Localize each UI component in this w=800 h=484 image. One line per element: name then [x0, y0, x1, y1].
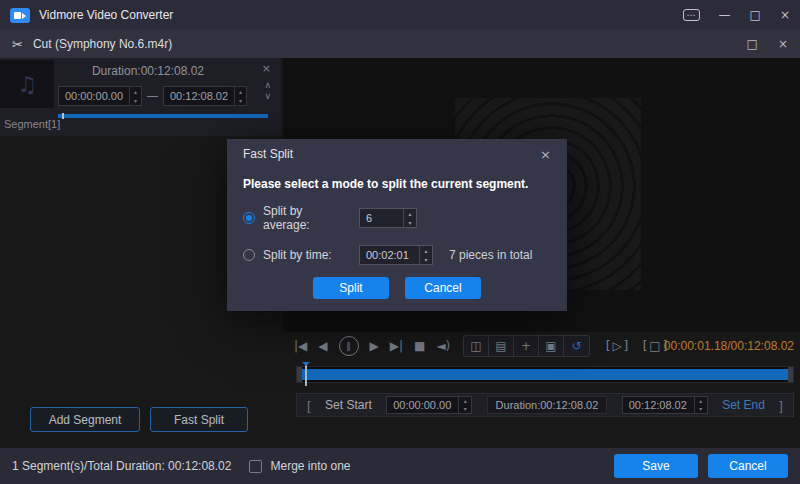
cut-dialog-titlebar: ✂ Cut (Symphony No.6.m4r) □ ×	[0, 30, 800, 58]
maximize-icon[interactable]: □	[750, 8, 761, 22]
cut-maximize-icon[interactable]: □	[747, 37, 758, 51]
close-icon[interactable]: ×	[780, 8, 790, 22]
fast-split-message: Please select a mode to split the curren…	[227, 169, 567, 191]
split-time-input[interactable]: 00:02:01 ▴ ▾	[359, 245, 433, 265]
split-button[interactable]: Split	[313, 277, 389, 299]
average-count-input[interactable]: 6 ▴ ▾	[359, 208, 417, 228]
split-by-time-radio[interactable]	[243, 249, 255, 261]
cut-close-icon[interactable]: ×	[778, 37, 788, 51]
split-by-average-row: Split by average: 6 ▴ ▾	[227, 204, 567, 232]
scissors-icon: ✂	[12, 37, 23, 52]
minimize-icon[interactable]: —	[719, 8, 731, 22]
window-controls: ⋯ — □ ×	[683, 8, 790, 22]
app-title: Vidmore Video Converter	[39, 8, 173, 22]
pieces-total-note: 7 pieces in total	[449, 248, 532, 262]
fast-split-title: Fast Split	[243, 147, 293, 161]
merge-into-one-label[interactable]: Merge into one	[270, 459, 350, 473]
stepper-up-icon[interactable]: ▴	[404, 209, 416, 218]
titlebar: Vidmore Video Converter ⋯ — □ ×	[0, 0, 800, 30]
segment-summary: 1 Segment(s)/Total Duration: 00:12:08.02	[12, 459, 231, 473]
save-button[interactable]: Save	[614, 454, 698, 478]
cancel-button[interactable]: Cancel	[708, 454, 788, 478]
footer-bar: 1 Segment(s)/Total Duration: 00:12:08.02…	[0, 448, 800, 484]
feedback-icon[interactable]: ⋯	[683, 9, 700, 21]
fast-split-dialog: Fast Split × Please select a mode to spl…	[227, 139, 567, 311]
fast-split-cancel-button[interactable]: Cancel	[405, 277, 481, 299]
split-by-average-radio[interactable]	[243, 212, 255, 224]
stepper-up-icon[interactable]: ▴	[420, 246, 432, 255]
stepper-down-icon[interactable]: ▾	[404, 218, 416, 227]
split-time-value[interactable]: 00:02:01	[360, 246, 419, 264]
split-by-average-label: Split by average:	[263, 204, 351, 232]
split-by-time-row: Split by time: 00:02:01 ▴ ▾ 7 pieces in …	[227, 245, 567, 265]
fast-split-header: Fast Split ×	[227, 139, 567, 169]
merge-into-one-checkbox[interactable]	[249, 460, 262, 473]
average-count-value[interactable]: 6	[360, 209, 403, 227]
fast-split-close-icon[interactable]: ×	[540, 147, 551, 162]
stepper-down-icon[interactable]: ▾	[420, 255, 432, 264]
split-by-time-label: Split by time:	[263, 248, 351, 262]
cut-dialog-title: Cut (Symphony No.6.m4r)	[33, 37, 172, 51]
app-logo-icon	[10, 8, 30, 23]
vidmore-cut-window: Vidmore Video Converter ⋯ — □ × ✂ Cut (S…	[0, 0, 800, 484]
